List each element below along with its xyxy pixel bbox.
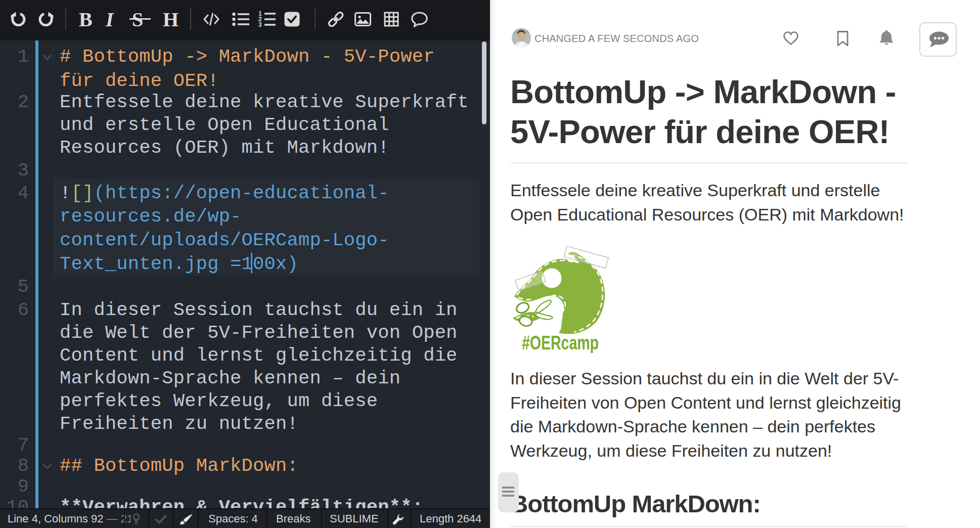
svg-text:#OERcamp: #OERcamp (522, 332, 599, 353)
svg-text:3: 3 (258, 21, 262, 27)
